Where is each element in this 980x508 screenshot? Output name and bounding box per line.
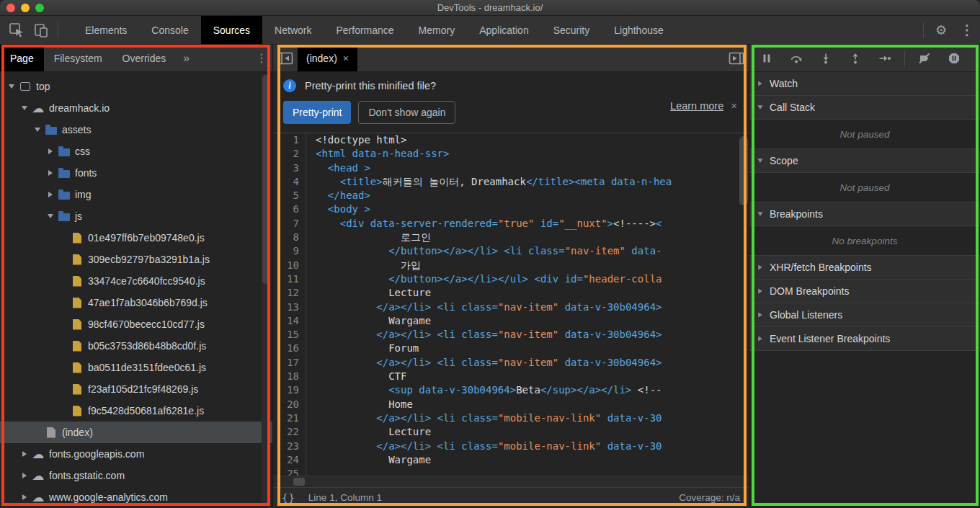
disclosure-down-icon[interactable] <box>32 128 43 132</box>
line-number[interactable]: 15 <box>273 328 306 342</box>
line-number[interactable]: 2 <box>273 147 306 161</box>
toggle-navigator-icon[interactable] <box>273 45 298 71</box>
tree-item-01e497ff6b7eb09748e0-js[interactable]: 01e497ff6b7eb09748e0.js <box>0 227 272 249</box>
section-header-call-stack[interactable]: Call Stack <box>749 96 980 120</box>
navigator-scrollbar[interactable] <box>262 73 270 504</box>
tab-elements[interactable]: Elements <box>73 16 139 44</box>
line-number[interactable]: 23 <box>273 440 306 453</box>
line-number[interactable]: 16 <box>273 342 306 355</box>
line-number[interactable]: 3 <box>273 161 306 175</box>
tab-memory[interactable]: Memory <box>406 16 468 44</box>
section-header-breakpoints[interactable]: Breakpoints <box>749 202 980 226</box>
dont-show-again-button[interactable]: Don't show again <box>358 101 455 124</box>
tree-item-css[interactable]: css <box>0 141 272 162</box>
tree-item-ba0511de3151fdee0c61-js[interactable]: ba0511de3151fdee0c61.js <box>0 357 272 378</box>
section-header-dom-breakpoints[interactable]: DOM Breakpoints <box>749 280 980 303</box>
tab-security[interactable]: Security <box>541 16 602 44</box>
tree-item-fonts[interactable]: fonts <box>0 162 272 184</box>
tree-item-309ecb92797ba3291b1a-js[interactable]: 309ecb92797ba3291b1a.js <box>0 249 272 270</box>
learn-more-link[interactable]: Learn more <box>670 100 723 112</box>
line-number[interactable]: 21 <box>273 411 306 425</box>
disclosure-right-icon[interactable] <box>45 170 56 176</box>
line-number[interactable]: 17 <box>273 356 306 370</box>
deactivate-breakpoints-button[interactable] <box>913 49 936 68</box>
tab-application[interactable]: Application <box>467 16 541 44</box>
line-number[interactable]: 13 <box>273 300 306 314</box>
section-header-watch[interactable]: Watch <box>749 72 980 96</box>
line-number[interactable]: 7 <box>273 217 306 231</box>
disclosure-right-icon[interactable] <box>45 192 56 197</box>
disclosure-down-icon[interactable] <box>45 214 56 218</box>
banner-dismiss-icon[interactable]: × <box>731 99 737 112</box>
line-number[interactable]: 1 <box>273 133 306 147</box>
step-into-button[interactable] <box>814 49 837 68</box>
step-out-button[interactable] <box>844 49 867 68</box>
section-header-event-listener-breakpoints[interactable]: Event Listener Breakpoints <box>749 327 980 351</box>
tree-item-b05c3753d86b48b8cd0f-js[interactable]: b05c3753d86b48b8cd0f.js <box>0 335 272 357</box>
editor-vertical-scrollbar[interactable] <box>739 136 748 205</box>
line-number[interactable]: 8 <box>273 231 306 244</box>
section-header-global-listeners[interactable]: Global Listeners <box>749 303 980 327</box>
disclosure-down-icon[interactable] <box>6 84 17 89</box>
navigator-menu-icon[interactable]: ⋮ <box>251 45 272 71</box>
tab-console[interactable]: Console <box>139 16 200 44</box>
pause-script-button[interactable] <box>755 49 778 68</box>
tree-item-33474ce7c6640fcc9540-js[interactable]: 33474ce7c6640fcc9540.js <box>0 270 272 292</box>
navigator-tab-filesystem[interactable]: Filesystem <box>44 45 112 71</box>
open-more-tabs-icon[interactable] <box>724 45 749 71</box>
editor-horizontal-scrollbar[interactable] <box>273 476 749 487</box>
line-number[interactable]: 14 <box>273 314 306 328</box>
section-header-scope[interactable]: Scope <box>749 149 980 173</box>
tree-item-js[interactable]: js <box>0 205 272 227</box>
disclosure-right-icon[interactable] <box>19 451 30 457</box>
line-number[interactable]: 19 <box>273 383 306 397</box>
tab-network[interactable]: Network <box>262 16 324 44</box>
device-toolbar-button[interactable] <box>29 16 53 44</box>
line-number[interactable]: 24 <box>273 453 306 467</box>
navigator-tab-overrides[interactable]: Overrides <box>112 45 177 71</box>
tree-item-98cf4670bececc10cd77-js[interactable]: 98cf4670bececc10cd77.js <box>0 313 272 335</box>
step-over-button[interactable] <box>785 49 808 68</box>
line-number[interactable]: 10 <box>273 259 306 272</box>
step-button[interactable] <box>873 49 896 68</box>
tree-item-assets[interactable]: assets <box>0 119 272 141</box>
inspect-element-button[interactable] <box>4 16 29 44</box>
tab-performance[interactable]: Performance <box>324 16 406 44</box>
disclosure-right-icon[interactable] <box>19 473 30 478</box>
navigator-tab-page[interactable]: Page <box>0 45 44 71</box>
pretty-print-button[interactable]: Pretty-print <box>283 101 351 124</box>
tree-item--index-[interactable]: (index) <box>0 422 272 443</box>
line-number[interactable]: 12 <box>273 286 306 300</box>
line-number[interactable]: 9 <box>273 244 306 258</box>
tree-item-dreamhack-io[interactable]: ☁dreamhack.io <box>0 97 272 119</box>
pause-on-exceptions-button[interactable] <box>943 49 966 68</box>
line-number[interactable]: 11 <box>273 272 306 286</box>
more-tabs-chevron-icon[interactable]: » <box>176 45 197 71</box>
line-number[interactable]: 22 <box>273 425 306 439</box>
tree-item-47ae1f7ab3046b6b769d-js[interactable]: 47ae1f7ab3046b6b769d.js <box>0 292 272 313</box>
tab-lighthouse[interactable]: Lighthouse <box>602 16 676 44</box>
format-code-button[interactable]: {} <box>282 492 295 504</box>
tree-item-top[interactable]: top <box>0 76 272 97</box>
editor-tab-index[interactable]: (index) × <box>298 45 357 71</box>
tree-item-f9c5428d50681af6281e-js[interactable]: f9c5428d50681af6281e.js <box>0 400 272 422</box>
line-number[interactable]: 18 <box>273 370 306 383</box>
tree-item-img[interactable]: img <box>0 184 272 205</box>
code-editor[interactable]: 1<!doctype html>2<html data-n-head-ssr>3… <box>273 133 749 487</box>
tree-item-fonts-googleapis-com[interactable]: ☁fonts.googleapis.com <box>0 443 272 465</box>
tree-item-f23af105d21fc9f48269-js[interactable]: f23af105d21fc9f48269.js <box>0 378 272 400</box>
line-number[interactable]: 20 <box>273 398 306 411</box>
line-number[interactable]: 6 <box>273 202 306 216</box>
tree-item-www-google-analytics-com[interactable]: ☁www.google-analytics.com <box>0 486 272 507</box>
customize-devtools-menu-icon[interactable]: ⋮ <box>954 16 980 44</box>
disclosure-down-icon[interactable] <box>19 106 30 110</box>
section-header-xhr-fetch-breakpoints[interactable]: XHR/fetch Breakpoints <box>749 256 980 280</box>
line-number[interactable]: 5 <box>273 189 306 202</box>
tree-item-fonts-gstatic-com[interactable]: ☁fonts.gstatic.com <box>0 465 272 486</box>
disclosure-right-icon[interactable] <box>19 494 30 500</box>
tab-sources[interactable]: Sources <box>201 16 262 44</box>
line-number[interactable]: 4 <box>273 175 306 189</box>
settings-gear-icon[interactable]: ⚙ <box>928 16 954 44</box>
disclosure-right-icon[interactable] <box>45 148 56 154</box>
tab-close-icon[interactable]: × <box>343 53 349 64</box>
